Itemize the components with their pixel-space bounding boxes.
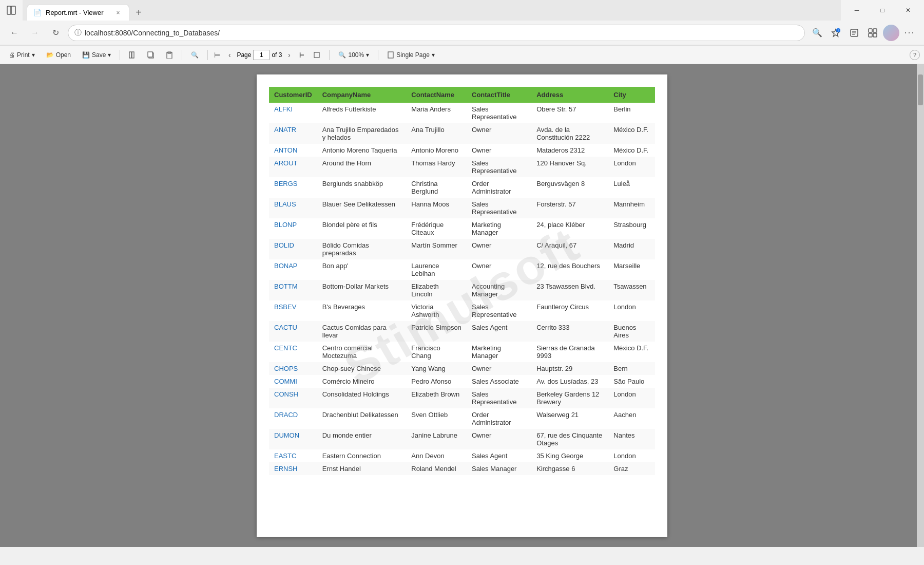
find-icon: 🔍: [191, 51, 199, 59]
table-cell: DUMON: [269, 429, 317, 449]
column-view-button[interactable]: [124, 49, 141, 61]
title-bar: 📄 Report.mrt - Viewer × + ─ □ ✕: [0, 0, 924, 21]
paste-button[interactable]: [161, 49, 178, 61]
vertical-scrollbar[interactable]: [917, 64, 924, 547]
table-cell: Sierras de Granada 9993: [531, 342, 608, 362]
print-button[interactable]: 🖨 Print ▾: [4, 49, 40, 61]
svg-rect-13: [129, 52, 131, 58]
table-cell: BERGS: [269, 177, 317, 198]
new-tab-button[interactable]: +: [130, 4, 147, 21]
table-cell: BOTTM: [269, 280, 317, 300]
svg-rect-10: [873, 29, 877, 32]
table-cell: Elizabeth Brown: [406, 388, 467, 408]
forward-button[interactable]: →: [27, 25, 43, 41]
more-button[interactable]: ···: [901, 25, 918, 41]
table-cell: DRACD: [269, 408, 317, 429]
table-cell: Graz: [608, 462, 655, 475]
table-cell: ANTON: [269, 144, 317, 157]
table-cell: Avda. de la Constitución 2222: [531, 123, 608, 144]
favorites-star-button[interactable]: !: [827, 25, 844, 41]
refresh-button[interactable]: ↻: [47, 25, 64, 41]
address-bar[interactable]: ⓘ localhost:8080/Connecting_to_Databases…: [68, 25, 805, 41]
table-cell: Hauptstr. 29: [531, 362, 608, 375]
table-cell: Blondel père et fils: [317, 218, 407, 239]
save-dropdown-icon: ▾: [108, 51, 111, 59]
page-label: Page: [237, 51, 251, 59]
table-cell: Antonio Moreno Taquería: [317, 144, 407, 157]
columns-icon: [129, 51, 136, 59]
active-tab[interactable]: 📄 Report.mrt - Viewer ×: [27, 4, 129, 21]
scrollbar-thumb[interactable]: [918, 74, 923, 105]
browser-chrome: 📄 Report.mrt - Viewer × + ─ □ ✕ ← → ↻ ⓘ …: [0, 0, 924, 46]
table-cell: Owner: [467, 429, 531, 449]
tab-close-button[interactable]: ×: [113, 8, 123, 17]
table-cell: Hanna Moos: [406, 198, 467, 218]
reading-list-button[interactable]: [846, 25, 862, 41]
svg-text:!: !: [838, 29, 839, 32]
table-cell: Comércio Mineiro: [317, 375, 407, 388]
table-cell: México D.F.: [608, 123, 655, 144]
table-cell: Du monde entier: [317, 429, 407, 449]
table-cell: Owner: [467, 239, 531, 259]
minimize-button[interactable]: ─: [845, 2, 869, 18]
page-number-input[interactable]: [253, 50, 270, 60]
maximize-button[interactable]: □: [871, 2, 894, 18]
table-cell: Luleå: [608, 177, 655, 198]
help-button[interactable]: ?: [910, 50, 920, 60]
table-cell: Owner: [467, 144, 531, 157]
print-dropdown-icon: ▾: [32, 51, 35, 59]
save-button[interactable]: 💾 Save ▾: [78, 49, 116, 61]
back-button[interactable]: ←: [6, 25, 23, 41]
table-cell: Janine Labrune: [406, 429, 467, 449]
zoom-level: 100%: [348, 51, 364, 59]
close-button[interactable]: ✕: [896, 2, 920, 18]
header-city: City: [608, 87, 655, 103]
report-page: Stimulsoft CustomerID CompanyName Contac…: [257, 74, 667, 537]
table-cell: Owner: [467, 123, 531, 144]
table-row: BOLIDBólido Comidas preparadasMartín Som…: [269, 239, 655, 259]
last-page-button[interactable]: ⊫: [296, 50, 306, 60]
tab-title: Report.mrt - Viewer: [46, 9, 103, 16]
table-header-row: CustomerID CompanyName ContactName Conta…: [269, 87, 655, 103]
collections-button[interactable]: [864, 25, 881, 41]
table-cell: 23 Tsawassen Blvd.: [531, 280, 608, 300]
table-cell: São Paulo: [608, 375, 655, 388]
prev-page-button[interactable]: ‹: [224, 50, 235, 60]
first-page-button[interactable]: ⊨: [212, 50, 222, 60]
profile-button[interactable]: [883, 25, 899, 41]
paste-icon: [166, 51, 173, 59]
search-button[interactable]: 🔍: [809, 25, 825, 41]
table-cell: CENTC: [269, 342, 317, 362]
table-cell: BSBEV: [269, 300, 317, 321]
svg-rect-0: [7, 6, 11, 14]
open-button[interactable]: 📂 Open: [42, 49, 75, 61]
next-page-button[interactable]: ›: [284, 50, 294, 60]
open-label: Open: [56, 51, 71, 59]
table-cell: Av. dos Lusíadas, 23: [531, 375, 608, 388]
sidebar-toggle-button[interactable]: [4, 3, 18, 17]
table-cell: Victoria Ashworth: [406, 300, 467, 321]
table-row: DRACDDrachenblut DelikatessenSven Ottlie…: [269, 408, 655, 429]
svg-rect-16: [148, 52, 152, 57]
zoom-button[interactable]: 🔍 100% ▾: [334, 49, 374, 61]
table-cell: COMMI: [269, 375, 317, 388]
save-icon: 💾: [82, 51, 90, 59]
table-cell: London: [608, 388, 655, 408]
table-cell: Laurence Lebihan: [406, 259, 467, 280]
table-cell: 35 King George: [531, 449, 608, 462]
table-cell: BOLID: [269, 239, 317, 259]
table-cell: CACTU: [269, 321, 317, 342]
separator-5: [378, 50, 378, 60]
table-cell: Mataderos 2312: [531, 144, 608, 157]
fit-page-icon: [313, 51, 320, 59]
save-label: Save: [92, 51, 106, 59]
find-button[interactable]: 🔍: [186, 49, 203, 61]
view-mode-button[interactable]: Single Page ▾: [382, 49, 439, 61]
table-cell: Sven Ottlieb: [406, 408, 467, 429]
table-cell: Thomas Hardy: [406, 157, 467, 177]
fit-page-button[interactable]: [309, 49, 325, 61]
zoom-dropdown-icon: ▾: [366, 51, 369, 59]
table-cell: BLONP: [269, 218, 317, 239]
copy-button[interactable]: [143, 49, 159, 61]
table-row: BOTTMBottom-Dollar MarketsElizabeth Linc…: [269, 280, 655, 300]
